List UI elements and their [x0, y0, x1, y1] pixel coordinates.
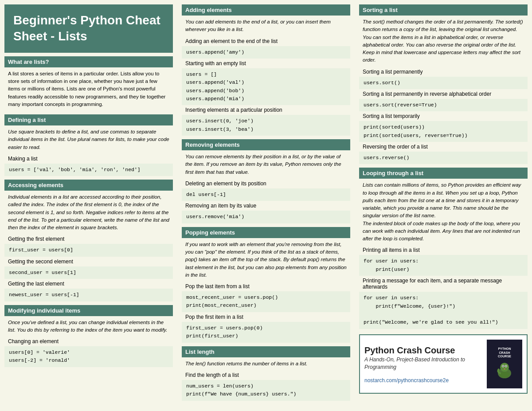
sorting-body-text: The sort() method changes the order of a…	[363, 19, 523, 63]
removing-elements-section: Removing elements You can remove element…	[182, 139, 350, 223]
svg-point-4	[502, 366, 504, 367]
pop-first-label: Pop the first item in a list	[182, 312, 350, 322]
sort-perm-code: users.sort()	[359, 77, 528, 89]
book-subtitle: A Hands-On, Project-Based Introduction t…	[364, 356, 482, 371]
sort-temp-code: print(sorted(users)) print(sorted(users,…	[359, 121, 528, 142]
column-1: Beginner's Python Cheat Sheet - Lists Wh…	[0, 0, 177, 405]
remove-code: users.remove('mia')	[182, 211, 350, 223]
sorting-body: The sort() method changes the order of a…	[359, 16, 528, 67]
print-msg-label: Printing a message for each item, and a …	[359, 276, 528, 292]
first-element-code: first_user = users[0]	[4, 244, 173, 256]
looping-body: Lists can contain millions of items, so …	[359, 179, 528, 245]
sorting-section: Sorting a list The sort() method changes…	[359, 4, 528, 164]
page-title: Beginner's Python Cheat Sheet - Lists	[13, 12, 164, 45]
popping-elements-body-text: If you want to work with an element that…	[185, 242, 347, 278]
len-label: Find the length of a list	[182, 370, 350, 380]
list-length-section: List length The len() function returns t…	[182, 346, 350, 401]
popping-elements-section: Popping elements If you want to work wit…	[182, 227, 350, 343]
pop-last-code: most_recent_user = users.pop() print(mos…	[182, 291, 350, 312]
del-code: del users[-1]	[182, 188, 350, 201]
book-cover: PYTHONCRASHCOURSE	[487, 340, 522, 388]
book-title: Python Crash Course	[364, 344, 482, 356]
defining-list-header: Defining a list	[4, 114, 173, 125]
print-msg-code: for user in users: print(f"Welcome, {use…	[359, 292, 528, 329]
accessing-elements-body: Individual elements in a list are access…	[4, 191, 173, 234]
print-all-label: Printing all items in a list	[359, 245, 528, 255]
removing-elements-header: Removing elements	[182, 139, 350, 150]
list-length-body: The len() function returns the number of…	[182, 357, 350, 370]
last-element-code: newest_user = users[-1]	[4, 289, 173, 301]
sort-reverse-code: users.sort(reverse=True)	[359, 99, 528, 111]
making-list-code: users = ['val', 'bob', 'mia', 'ron', 'ne…	[4, 164, 173, 176]
looping-section: Looping through a list Lists can contain…	[359, 168, 528, 329]
page: Beginner's Python Cheat Sheet - Lists Wh…	[0, 0, 532, 405]
what-are-lists-body: A list stores a series of items in a par…	[4, 67, 173, 111]
pop-last-label: Pop the last item from a list	[182, 282, 350, 291]
print-all-code: for user in users: print(user)	[359, 255, 528, 276]
svg-point-1	[500, 363, 509, 372]
reverse-label: Reversing the order of a list	[359, 142, 528, 152]
second-element-code: second_user = users[1]	[4, 266, 173, 279]
svg-point-5	[505, 366, 507, 367]
book-box: Python Crash Course A Hands-On, Project-…	[359, 334, 528, 394]
popping-elements-body: If you want to work with an element that…	[182, 238, 350, 282]
modifying-items-section: Modifying individual items Once you've d…	[4, 305, 173, 367]
adding-elements-body-text: You can add elements to the end of a lis…	[185, 19, 331, 32]
what-are-lists-header: What are lists?	[4, 56, 173, 67]
defining-list-section: Defining a list Use square brackets to d…	[4, 114, 173, 176]
del-label: Deleting an element by its position	[182, 179, 350, 188]
reverse-code: users.reverse()	[359, 152, 528, 164]
sort-reverse-label: Sorting a list permanently in reverse al…	[359, 89, 528, 99]
modifying-items-header: Modifying individual items	[4, 305, 173, 316]
what-are-lists-section: What are lists? A list stores a series o…	[4, 56, 173, 111]
looping-header: Looping through a list	[359, 168, 528, 179]
insert-code: users.insert(0, 'joe') users.insert(3, '…	[182, 115, 350, 136]
header-block: Beginner's Python Cheat Sheet - Lists	[4, 4, 173, 53]
append-code: users.append('amy')	[182, 46, 350, 59]
defining-list-body: Use square brackets to define a list, an…	[4, 125, 173, 154]
column-2: Adding elements You can add elements to …	[177, 0, 355, 405]
list-length-body-text: The len() function returns the number of…	[185, 361, 307, 366]
book-text: Python Crash Course A Hands-On, Project-…	[364, 344, 482, 384]
modifying-items-body-text: Once you've defined a list, you can chan…	[8, 320, 167, 333]
sort-temp-label: Sorting a list temporarily	[359, 111, 528, 121]
first-element-label: Getting the first element	[4, 234, 173, 244]
list-length-header: List length	[182, 346, 350, 357]
book-url[interactable]: nostarch.com/pythoncrashcourse2e	[364, 377, 449, 384]
modifying-items-body: Once you've defined a list, you can chan…	[4, 316, 173, 337]
changing-element-code: users[0] = 'valerie' users[-2] = 'ronald…	[4, 346, 173, 367]
accessing-elements-section: Accessing elements Individual elements i…	[4, 180, 173, 301]
adding-elements-header: Adding elements	[182, 4, 350, 16]
adding-elements-body: You can add elements to the end of a lis…	[182, 16, 350, 36]
adding-elements-section: Adding elements You can add elements to …	[182, 4, 350, 136]
pop-first-code: first_user = users.pop(0) print(first_us…	[182, 322, 350, 343]
append-label: Adding an element to the end of the list	[182, 36, 350, 46]
insert-label: Inserting elements at a particular posit…	[182, 105, 350, 115]
removing-elements-body: You can remove elements by their positio…	[182, 150, 350, 179]
column-3: Sorting a list The sort() method changes…	[355, 0, 532, 405]
book-cover-image	[493, 359, 516, 381]
book-cover-title: PYTHONCRASHCOURSE	[497, 346, 512, 359]
looping-body-text: Lists can contain millions of items, so …	[363, 182, 521, 241]
accessing-elements-header: Accessing elements	[4, 180, 173, 191]
svg-point-6	[499, 372, 509, 378]
second-element-label: Getting the second element	[4, 257, 173, 266]
popping-elements-header: Popping elements	[182, 227, 350, 238]
empty-list-label: Starting with an empty list	[182, 59, 350, 68]
defining-list-body-text: Use square brackets to define a list, an…	[8, 129, 169, 150]
empty-list-code: users = [] users.append('val') users.app…	[182, 68, 350, 106]
accessing-elements-body-text: Individual elements in a list are access…	[8, 194, 169, 230]
removing-elements-body-text: You can remove elements by their positio…	[185, 154, 341, 175]
making-list-label: Making a list	[4, 154, 173, 164]
last-element-label: Getting the last element	[4, 279, 173, 289]
changing-element-label: Changing an element	[4, 337, 173, 346]
sort-perm-label: Sorting a list permanently	[359, 67, 528, 77]
len-code: num_users = len(users) print(f"We have {…	[182, 380, 350, 401]
remove-label: Removing an item by its value	[182, 201, 350, 211]
sorting-header: Sorting a list	[359, 4, 528, 16]
